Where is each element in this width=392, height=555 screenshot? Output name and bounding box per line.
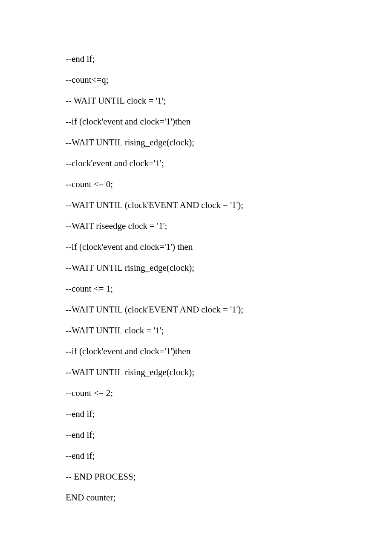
code-block: --end if; --count<=q; -- WAIT UNTIL cloc… — [66, 55, 392, 502]
code-line: --if (clock'event and clock='1') then — [66, 243, 392, 251]
code-line: --count<=q; — [66, 75, 392, 84]
code-line: -- WAIT UNTIL clock = '1'; — [66, 96, 392, 105]
code-line: --WAIT UNTIL rising_edge(clock); — [66, 368, 392, 377]
code-line: --count <= 2; — [66, 389, 392, 398]
code-line: --clock'event and clock='1'; — [66, 159, 392, 168]
code-line: --WAIT UNTIL rising_edge(clock); — [66, 263, 392, 272]
code-line: --if (clock'event and clock='1')then — [66, 117, 392, 126]
code-line: --count <= 0; — [66, 180, 392, 189]
code-line: --if (clock'event and clock='1')then — [66, 347, 392, 356]
code-line: END counter; — [66, 493, 392, 502]
code-line: --WAIT UNTIL (clock'EVENT AND clock = '1… — [66, 201, 392, 210]
code-line: --end if; — [66, 451, 392, 460]
code-line: --WAIT UNTIL rising_edge(clock); — [66, 138, 392, 147]
code-line: --WAIT UNTIL (clock'EVENT AND clock = '1… — [66, 305, 392, 314]
code-line: --end if; — [66, 431, 392, 439]
code-line: --WAIT riseedge clock = '1'; — [66, 222, 392, 231]
code-line: --end if; — [66, 410, 392, 419]
code-line: --end if; — [66, 55, 392, 64]
code-line: --count <= 1; — [66, 284, 392, 293]
code-line: --WAIT UNTIL clock = '1'; — [66, 326, 392, 335]
code-line: -- END PROCESS; — [66, 472, 392, 481]
